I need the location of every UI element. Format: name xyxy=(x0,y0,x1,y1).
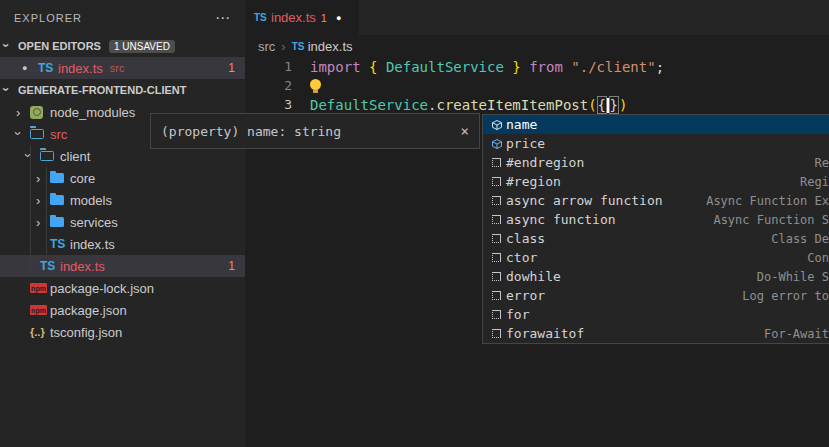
close-brace: } xyxy=(512,59,520,75)
breadcrumb: src › index.ts xyxy=(245,35,829,57)
lightbulb-icon[interactable] xyxy=(310,79,321,90)
tree-item-src-index-ts[interactable]: index.ts 1 xyxy=(0,255,245,277)
tree-item-label: services xyxy=(70,215,118,230)
modified-dot-icon[interactable]: ● xyxy=(22,63,38,73)
snippet-icon xyxy=(487,158,506,167)
suggest-item-async-function[interactable]: async function Async Function S xyxy=(483,210,829,229)
tree-item-label: index.ts xyxy=(60,259,105,274)
explorer-header: EXPLORER ⋯ xyxy=(0,0,245,35)
tree-item-label: package-lock.json xyxy=(50,281,154,296)
breadcrumb-file[interactable]: index.ts xyxy=(308,39,353,54)
chevron-down-icon[interactable] xyxy=(26,149,40,164)
suggest-label: error xyxy=(506,288,545,303)
tree-item-core[interactable]: core xyxy=(0,167,245,189)
intellisense-suggest-widget: name price #endregion Re #region Regi as… xyxy=(482,114,829,344)
typescript-file-icon xyxy=(40,259,60,273)
tree-item-label: package.json xyxy=(50,303,127,318)
tab-title: index.ts xyxy=(271,10,316,25)
tree-item-label: tsconfig.json xyxy=(50,325,122,340)
imported-symbol: DefaultService xyxy=(377,59,512,75)
field-icon xyxy=(487,119,506,131)
open-editors-label: OPEN EDITORS xyxy=(18,40,101,52)
suggest-item-price[interactable]: price xyxy=(483,134,829,153)
typescript-file-icon xyxy=(50,237,70,251)
tree-item-package-lock-json[interactable]: package-lock.json xyxy=(0,277,245,299)
keyword-from: from xyxy=(521,59,572,75)
suggest-label: async function xyxy=(506,212,616,227)
chevron-down-icon[interactable] xyxy=(4,83,18,98)
chevron-down-icon[interactable] xyxy=(4,39,18,54)
tree-item-package-json[interactable]: package.json xyxy=(0,299,245,321)
npm-icon xyxy=(30,305,50,315)
suggest-label: class xyxy=(506,231,545,246)
chevron-right-icon[interactable] xyxy=(36,193,50,208)
matched-close-brace: } xyxy=(609,96,619,114)
semicolon: ; xyxy=(656,59,664,75)
close-icon[interactable]: × xyxy=(461,123,469,139)
problems-count-badge: 1 xyxy=(228,259,235,273)
indent-guide xyxy=(30,145,31,276)
code-editor[interactable]: 1 import { DefaultService } from "./clie… xyxy=(245,57,829,114)
suggest-label: ctor xyxy=(506,250,537,265)
tree-item-label: models xyxy=(70,193,112,208)
object-name: DefaultService xyxy=(310,97,428,113)
tab-index-ts[interactable]: index.ts 1 ● xyxy=(245,0,359,35)
method-name: createItemItemPost xyxy=(436,97,588,113)
tree-item-label: core xyxy=(70,171,95,186)
tab-problems-badge: 1 xyxy=(321,12,327,24)
suggest-item-class[interactable]: class Class De xyxy=(483,229,829,248)
tab-dirty-dot-icon[interactable]: ● xyxy=(336,13,341,23)
suggest-item-endregion[interactable]: #endregion Re xyxy=(483,153,829,172)
tooltip-text: (property) name: string xyxy=(161,124,341,139)
suggest-item-region[interactable]: #region Regi xyxy=(483,172,829,191)
folder-icon xyxy=(50,173,70,183)
tree-item-client-index-ts[interactable]: index.ts xyxy=(0,233,245,255)
open-editors-section-header[interactable]: OPEN EDITORS 1 UNSAVED xyxy=(0,35,245,57)
snippet-icon xyxy=(487,329,506,338)
open-editor-item-index-ts[interactable]: ● index.ts src 1 xyxy=(0,57,245,79)
snippet-icon xyxy=(487,177,506,186)
open-paren: ( xyxy=(588,97,596,113)
property-hover-tooltip: (property) name: string × xyxy=(150,113,480,149)
chevron-down-icon[interactable] xyxy=(16,127,30,142)
tree-item-models[interactable]: models xyxy=(0,189,245,211)
suggest-label: name xyxy=(506,117,537,132)
npm-icon xyxy=(30,283,50,293)
snippet-icon xyxy=(487,291,506,300)
breadcrumb-separator-icon: › xyxy=(281,39,285,54)
code-line-3: 3 DefaultService.createItemItemPost({}) xyxy=(245,95,829,114)
tree-item-label: index.ts xyxy=(70,237,115,252)
typescript-file-icon xyxy=(292,41,308,52)
code-line-1: 1 import { DefaultService } from "./clie… xyxy=(245,57,829,76)
more-actions-icon[interactable]: ⋯ xyxy=(215,9,231,27)
open-folder-icon xyxy=(30,129,50,139)
workspace-section-header[interactable]: GENERATE-FRONTEND-CLIENT xyxy=(0,79,245,101)
suggest-item-for[interactable]: for xyxy=(483,305,829,324)
suggest-item-dowhile[interactable]: dowhile Do-While S xyxy=(483,267,829,286)
suggest-item-forawaitof[interactable]: forawaitof For-Await xyxy=(483,324,829,343)
snippet-icon xyxy=(487,310,506,319)
matched-open-brace: { xyxy=(597,96,607,114)
explorer-title: EXPLORER xyxy=(14,12,82,24)
line-number-active: 3 xyxy=(245,97,292,112)
suggest-detail: Async Function Ex xyxy=(706,194,829,208)
chevron-right-icon[interactable] xyxy=(36,171,50,186)
suggest-detail: For-Await xyxy=(764,327,829,341)
chevron-right-icon[interactable] xyxy=(16,105,30,120)
suggest-item-name[interactable]: name xyxy=(483,115,829,134)
suggest-item-ctor[interactable]: ctor Con xyxy=(483,248,829,267)
suggest-item-async-arrow-function[interactable]: async arrow function Async Function Ex xyxy=(483,191,829,210)
problems-count-badge: 1 xyxy=(228,61,235,75)
snippet-icon xyxy=(487,234,506,243)
tree-item-tsconfig-json[interactable]: tsconfig.json xyxy=(0,321,245,343)
suggest-label: dowhile xyxy=(506,269,561,284)
vscode-window: EXPLORER ⋯ OPEN EDITORS 1 UNSAVED ● inde… xyxy=(0,0,829,447)
suggest-label: forawaitof xyxy=(506,326,584,341)
tree-item-services[interactable]: services xyxy=(0,211,245,233)
suggest-detail: Class De xyxy=(771,232,829,246)
suggest-item-error[interactable]: error Log error to xyxy=(483,286,829,305)
breadcrumb-folder[interactable]: src xyxy=(258,39,275,54)
chevron-right-icon[interactable] xyxy=(36,215,50,230)
keyword-import: import xyxy=(310,59,369,75)
snippet-icon xyxy=(487,215,506,224)
